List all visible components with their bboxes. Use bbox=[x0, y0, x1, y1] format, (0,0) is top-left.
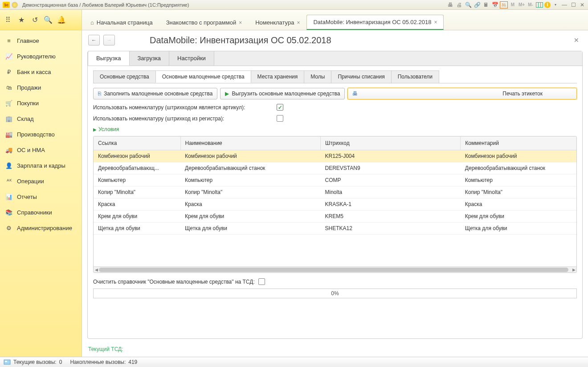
upper-tab[interactable]: Настройки bbox=[169, 51, 214, 66]
page-tab[interactable]: ⌂Начальная страница bbox=[84, 15, 159, 30]
column-header[interactable]: Комментарий bbox=[461, 136, 576, 150]
page-tab[interactable]: Номенклатура× bbox=[249, 15, 306, 30]
sub-tab[interactable]: Молы bbox=[304, 70, 331, 83]
sidebar-label: Администрирование bbox=[17, 225, 72, 231]
sidebar-item[interactable]: 📈Руководителю bbox=[0, 49, 82, 64]
table-cell: Комбинезон рабочий bbox=[94, 150, 180, 162]
tabs-area: ⌂Начальная страницаЗнакомство с программ… bbox=[82, 10, 588, 30]
minimize-icon[interactable]: — bbox=[560, 1, 568, 8]
sidebar-item[interactable]: ᴬᴷОперации bbox=[0, 173, 82, 189]
tab-label: Начальная страница bbox=[97, 19, 153, 26]
sidebar-item[interactable]: 🏭Производство bbox=[0, 127, 82, 142]
sidebar-label: Отчеты bbox=[17, 194, 37, 200]
tab-close-icon[interactable]: × bbox=[239, 20, 242, 26]
sidebar-item[interactable]: 📊Отчеты bbox=[0, 189, 82, 205]
upload-button[interactable]: ▶ Выгрузить основные малоценные средства bbox=[220, 88, 345, 99]
table-cell: Компьютер bbox=[461, 174, 576, 186]
tab-close-icon[interactable]: × bbox=[297, 20, 300, 26]
grid-scrollbar[interactable]: ◀ ▶ bbox=[94, 266, 576, 272]
apps-icon[interactable]: ⠿ bbox=[4, 16, 12, 25]
calendar-icon[interactable]: 📅 bbox=[491, 1, 499, 8]
column-header[interactable]: Штрихкод bbox=[320, 136, 460, 150]
table-row[interactable]: Щетка для обувиЩетка для обувиSHETKA12Ще… bbox=[94, 223, 576, 235]
nav-back-button[interactable]: ← bbox=[88, 35, 100, 45]
favorite-icon[interactable]: ★ bbox=[17, 16, 26, 25]
dropdown-icon[interactable] bbox=[12, 2, 18, 8]
clear-checkbox[interactable] bbox=[258, 278, 265, 285]
info-dropdown-icon[interactable]: ▾ bbox=[551, 1, 559, 8]
sidebar-item[interactable]: ≡Главное bbox=[0, 33, 82, 49]
svg-rect-1 bbox=[5, 361, 7, 362]
table-cell: Крем для обуви bbox=[94, 210, 180, 223]
date-icon[interactable]: 31 bbox=[500, 1, 508, 8]
sidebar-label: Склад bbox=[17, 115, 34, 122]
table-row[interactable]: КраскаКраскаKRASKA-1Краска bbox=[94, 198, 576, 210]
info-icon[interactable]: i bbox=[544, 2, 551, 8]
sidebar-item[interactable]: ⚙Администрирование bbox=[0, 220, 82, 236]
page-tab[interactable]: DataMobile: Инвентаризация ОС 05.02.2018… bbox=[306, 15, 444, 30]
sub-tab[interactable]: Основные малоценные средства bbox=[155, 70, 251, 83]
upload-button-label: Выгрузить основные малоценные средства bbox=[232, 91, 340, 97]
column-header[interactable]: Наименование bbox=[180, 136, 320, 150]
m-plus-icon[interactable]: M+ bbox=[518, 1, 526, 8]
table-cell: Компьютер bbox=[94, 174, 180, 186]
sidebar-icon: 🚚 bbox=[5, 147, 12, 153]
sidebar-icon: 📈 bbox=[5, 53, 12, 60]
history-icon[interactable]: ↺ bbox=[30, 16, 39, 25]
table-row[interactable]: Крем для обувиКрем для обувиKREM5Крем дл… bbox=[94, 210, 576, 223]
page-close-icon[interactable]: ✕ bbox=[574, 37, 582, 44]
sidebar-item[interactable]: 🛍Продажи bbox=[0, 80, 82, 95]
sidebar-item[interactable]: 🚚ОС и НМА bbox=[0, 142, 82, 158]
calculator-icon[interactable]: 🖩 bbox=[482, 1, 490, 8]
table-cell: Крем для обуви bbox=[180, 210, 320, 223]
upper-tab[interactable]: Выгрузка bbox=[88, 51, 130, 66]
sub-tab[interactable]: Основные средства bbox=[93, 70, 156, 83]
conditions-label: Условия bbox=[98, 126, 119, 132]
nav-forward-button[interactable]: → bbox=[103, 35, 115, 45]
search-icon[interactable]: 🔍 bbox=[464, 1, 472, 8]
link-icon[interactable]: 🔗 bbox=[473, 1, 481, 8]
column-header[interactable]: Ссылка bbox=[94, 136, 180, 150]
scroll-right-icon[interactable]: ▶ bbox=[571, 267, 576, 273]
panels-icon[interactable] bbox=[535, 1, 543, 8]
status-calls-current: 0 bbox=[59, 359, 62, 365]
m-icon[interactable]: M bbox=[509, 1, 517, 8]
tab-close-icon[interactable]: × bbox=[434, 19, 437, 25]
table-cell: Копир "Minolta" bbox=[180, 186, 320, 198]
upper-tab[interactable]: Загрузка bbox=[129, 51, 170, 66]
fill-button[interactable]: ⎘ Заполнить малоценные основные средства bbox=[93, 88, 217, 99]
tab-label: Номенклатура bbox=[255, 19, 294, 26]
table-row[interactable]: КомпьютерКомпьютерCOMPКомпьютер bbox=[94, 174, 576, 186]
scroll-left-icon[interactable]: ◀ bbox=[94, 267, 99, 273]
page-tab[interactable]: Знакомство с программой× bbox=[159, 15, 249, 30]
sidebar-item[interactable]: 🛒Покупки bbox=[0, 95, 82, 111]
close-window-icon[interactable]: ✕ bbox=[578, 1, 586, 8]
table-row[interactable]: Копир "Minolta"Копир "Minolta"MinoltaКоп… bbox=[94, 186, 576, 198]
table-row[interactable]: Комбинезон рабочийКомбинезон рабочийKR12… bbox=[94, 150, 576, 162]
toolbar-search-icon[interactable]: 🔍 bbox=[44, 16, 53, 25]
sub-tab[interactable]: Причины списания bbox=[331, 70, 391, 83]
scroll-thumb[interactable] bbox=[99, 268, 568, 272]
bell-icon[interactable]: 🔔 bbox=[57, 16, 66, 25]
table-row[interactable]: Деревообрабатывающ...Деревообрабатывающи… bbox=[94, 162, 576, 174]
sidebar-item[interactable]: 📚Справочники bbox=[0, 205, 82, 220]
sidebar-item[interactable]: 👤Зарплата и кадры bbox=[0, 158, 82, 173]
print-labels-button[interactable]: 🖶 Печать этикеток bbox=[347, 88, 577, 99]
sub-tab[interactable]: Пользователи bbox=[391, 70, 439, 83]
sidebar-item[interactable]: 🏢Склад bbox=[0, 111, 82, 127]
table-cell: Краска bbox=[94, 198, 180, 210]
sidebar-label: Операции bbox=[17, 178, 44, 185]
table-cell: Щетка для обуви bbox=[461, 223, 576, 235]
sidebar-label: Главное bbox=[17, 37, 39, 44]
print-preview-icon[interactable]: 🖨 bbox=[455, 1, 463, 8]
sidebar-icon: ⚙ bbox=[5, 225, 12, 231]
sub-tab[interactable]: Места хранения bbox=[251, 70, 305, 83]
conditions-toggle[interactable]: ▶ Условия bbox=[93, 126, 577, 132]
option-article-checkbox[interactable] bbox=[277, 104, 283, 111]
maximize-icon[interactable]: ☐ bbox=[569, 1, 577, 8]
print-icon[interactable]: 🖶 bbox=[446, 1, 454, 8]
m-minus-icon[interactable]: M- bbox=[527, 1, 535, 8]
table-cell: SHETKA12 bbox=[320, 223, 460, 235]
sidebar-item[interactable]: ₽Банк и касса bbox=[0, 64, 82, 80]
option-register-checkbox[interactable] bbox=[277, 115, 283, 122]
